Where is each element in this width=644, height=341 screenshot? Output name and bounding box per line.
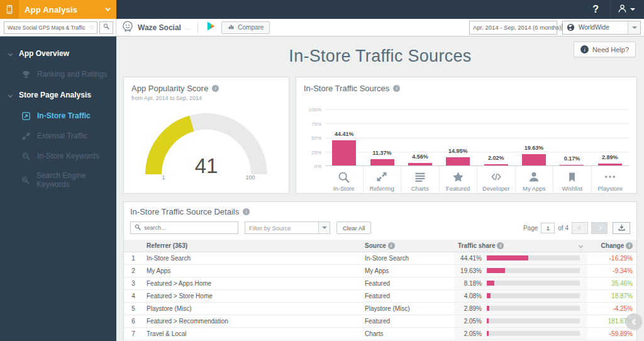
trophy-icon — [21, 69, 31, 79]
info-icon[interactable]: i — [497, 242, 504, 249]
magnifier-icon — [103, 23, 110, 32]
chevron-left-icon — [577, 225, 582, 230]
bar-value-label: 2.02% — [477, 155, 515, 161]
info-icon[interactable]: i — [212, 85, 219, 92]
section-label: Store Page Analysis — [19, 91, 91, 99]
category-cell-wishlist[interactable]: Wishlist — [553, 166, 591, 194]
column-traffic-share[interactable]: Traffic share i — [454, 240, 587, 252]
sidebar-section-store-page-analysis[interactable]: Store Page Analysis — [0, 84, 116, 106]
category-label: Featured — [440, 185, 477, 192]
bar-chart: 100%75%50%25%0% 44.41%11.37%4.56%14.95%2… — [304, 109, 629, 166]
bar[interactable] — [484, 164, 508, 165]
developer-code-icon — [477, 170, 515, 184]
bar[interactable] — [370, 159, 394, 165]
share-bar-track — [487, 318, 580, 323]
cards-row: App Popularity Score i from Apr, 2014 to… — [123, 77, 637, 194]
traffic-share-cell: 8.18% — [454, 277, 587, 289]
section-label: App Overview — [19, 49, 69, 58]
current-app[interactable]: Waze Social ... — [121, 20, 190, 35]
bar-chart-icon — [228, 23, 235, 31]
need-help-button[interactable]: i Need Help? — [574, 42, 636, 57]
category-cell-in-store[interactable]: In-Store — [325, 166, 363, 194]
share-bar-fill — [487, 293, 491, 298]
bar-value-label: 44.41% — [325, 131, 363, 137]
bar[interactable] — [522, 154, 546, 165]
category-cell-my-apps[interactable]: My Apps — [515, 166, 553, 194]
caret-down-icon — [630, 8, 635, 11]
bar[interactable] — [560, 165, 584, 166]
app-search-field[interactable]: ☆ — [4, 21, 97, 34]
chevron-down-icon — [8, 92, 13, 97]
waze-logo-icon — [121, 20, 134, 35]
compare-button[interactable]: Compare — [221, 21, 270, 34]
next-page-button[interactable] — [591, 222, 608, 234]
app-bar: ☆ Waze Social ... Compare Apr, 2014 - Se… — [0, 19, 644, 36]
change-cell: -16.29% — [587, 252, 636, 264]
app-analysis-dashboard: App Analysis ? ☆ Waze Social ... — [0, 0, 644, 341]
product-title: App Analysis — [19, 5, 105, 14]
feedback-button[interactable] — [626, 313, 642, 330]
referrer-cell: Featured > Apps Home — [143, 277, 361, 289]
table-header-row: Referrer (363) Source i Traffic share i … — [124, 240, 636, 252]
sidebar-item-search-engine-keywords[interactable]: Search Engine Keywords — [0, 166, 116, 194]
gauge-max-label: 100 — [245, 174, 255, 181]
item-label: External Traffic — [37, 131, 87, 140]
filter-by-source-select[interactable]: Filter by Source — [245, 221, 330, 234]
source-cell: Playstore (Misc) — [361, 302, 454, 315]
clear-all-button[interactable]: Clear All — [336, 221, 371, 234]
wishlist-bookmark-icon — [553, 170, 591, 184]
share-value: 2.89% — [458, 305, 482, 312]
category-cell-referring[interactable]: Referring — [363, 166, 401, 194]
category-cell-featured[interactable]: Featured — [439, 166, 477, 194]
table-row: 7Travel & LocalCharts2.05%-59.89% — [124, 327, 636, 340]
info-icon[interactable]: i — [626, 242, 633, 249]
bar[interactable] — [408, 163, 432, 165]
bar[interactable] — [332, 140, 356, 165]
filter-dropdown-arrow[interactable] — [318, 222, 330, 233]
column-referrer[interactable]: Referrer (363) — [143, 240, 361, 252]
region-select[interactable]: WorldWide — [562, 21, 641, 35]
sidebar-item-external-traffic[interactable]: External Traffic — [0, 126, 116, 146]
info-icon[interactable]: i — [388, 242, 395, 249]
page-number-input[interactable] — [541, 223, 555, 233]
page-title: In-Store Traffic Sources — [123, 36, 637, 66]
bar[interactable] — [598, 164, 622, 165]
previous-page-button[interactable] — [572, 222, 588, 234]
page-label: Page — [523, 225, 538, 232]
details-card-title: In-Store Traffic Source Details — [130, 207, 239, 216]
help-button[interactable]: ? — [581, 4, 610, 15]
featured-star-icon — [440, 170, 477, 184]
bar[interactable] — [446, 157, 470, 165]
change-cell: -4.25% — [587, 302, 636, 315]
column-source[interactable]: Source i — [361, 240, 454, 252]
region-value: WorldWide — [575, 24, 628, 31]
chevron-down-icon — [8, 51, 13, 55]
column-change[interactable]: Change i — [587, 240, 636, 252]
sidebar-item-ranking-and-ratings[interactable]: Ranking and Ratings — [0, 64, 116, 84]
table-search-input[interactable] — [144, 225, 235, 231]
sidebar-item-in-store-traffic[interactable]: In-Store Traffic — [0, 106, 116, 126]
region-dropdown-arrow[interactable] — [628, 21, 640, 34]
magnifier-icon — [325, 170, 363, 184]
info-icon[interactable]: i — [393, 85, 400, 92]
sidebar-item-in-store-keywords[interactable]: In-Store Keywords — [0, 146, 116, 166]
share-bar-fill — [487, 331, 489, 336]
sidebar-section-app-overview[interactable]: App Overview — [0, 43, 116, 64]
y-tick-label: 100% — [309, 107, 321, 113]
charts-list-icon — [401, 170, 439, 184]
category-cell-charts[interactable]: Charts — [401, 166, 439, 194]
category-cell-playstore[interactable]: Playstore — [591, 166, 630, 194]
app-search-button[interactable] — [99, 21, 113, 34]
share-bar-fill — [487, 281, 494, 286]
date-range-picker[interactable]: Apr, 2014 - Sep, 2014 (6 months) — [469, 21, 557, 35]
favorite-star-icon[interactable]: ☆ — [89, 23, 97, 31]
category-cell-developer[interactable]: Developer — [477, 166, 515, 194]
export-button[interactable] — [613, 222, 630, 234]
table-search-field[interactable] — [130, 221, 238, 234]
app-bar-main: Waze Social ... Compare Apr, 2014 - Sep,… — [116, 19, 644, 36]
traffic-share-cell: 4.08% — [454, 289, 587, 302]
app-search-input[interactable] — [4, 25, 89, 31]
product-switcher[interactable]: App Analysis — [0, 0, 116, 19]
user-menu[interactable] — [610, 0, 644, 19]
info-icon[interactable]: i — [243, 208, 250, 215]
